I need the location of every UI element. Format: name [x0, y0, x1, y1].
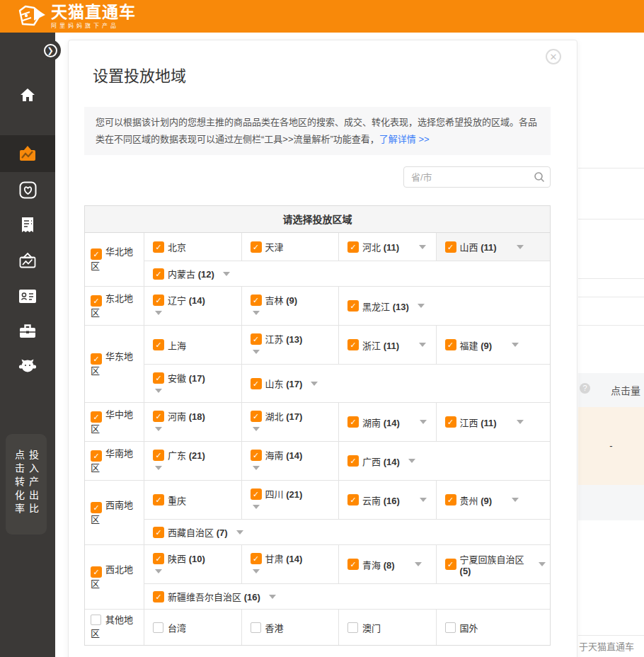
province-cell[interactable]: ✓福建 (9) — [437, 326, 550, 364]
checkbox-checked-icon[interactable]: ✓ — [153, 450, 164, 461]
dropdown-arrow-icon[interactable] — [512, 343, 519, 347]
checkbox-checked-icon[interactable]: ✓ — [251, 489, 262, 500]
dropdown-arrow-icon[interactable] — [155, 427, 162, 431]
dropdown-arrow-icon[interactable] — [418, 304, 425, 308]
checkbox-checked-icon[interactable]: ✓ — [91, 353, 102, 365]
dropdown-arrow-icon[interactable] — [420, 420, 427, 424]
learn-more-link[interactable]: 了解详情 >> — [379, 134, 430, 144]
checkbox-checked-icon[interactable]: ✓ — [91, 411, 102, 423]
checkbox-checked-icon[interactable]: ✓ — [153, 553, 164, 564]
province-cell[interactable]: ✓河南 (18) — [144, 403, 242, 441]
province-cell[interactable]: 台湾 — [144, 610, 242, 645]
search-icon[interactable] — [534, 171, 545, 183]
dropdown-arrow-icon[interactable] — [253, 427, 260, 431]
checkbox-checked-icon[interactable]: ✓ — [91, 450, 102, 462]
province-cell[interactable]: ✓安徽 (17) — [144, 365, 242, 402]
province-cell[interactable]: ✓广东 (21) — [144, 442, 242, 480]
checkbox-unchecked-icon[interactable] — [251, 622, 261, 633]
checkbox-unchecked-icon[interactable] — [91, 615, 101, 625]
dropdown-arrow-icon[interactable] — [539, 562, 546, 566]
checkbox-checked-icon[interactable]: ✓ — [445, 241, 456, 253]
province-cell[interactable]: ✓新疆维吾尔自治区 (16) — [144, 584, 550, 609]
checkbox-checked-icon[interactable]: ✓ — [153, 268, 164, 280]
province-cell[interactable]: ✓广西 (14) — [339, 442, 550, 480]
province-cell[interactable]: ✓重庆 — [144, 481, 242, 519]
close-icon[interactable]: ✕ — [546, 49, 561, 64]
province-cell[interactable]: ✓湖南 (14) — [339, 403, 437, 441]
province-cell[interactable]: ✓浙江 (11) — [339, 326, 437, 364]
checkbox-checked-icon[interactable]: ✓ — [153, 241, 164, 253]
dropdown-arrow-icon[interactable] — [155, 466, 162, 470]
dropdown-arrow-icon[interactable] — [415, 562, 422, 566]
province-cell[interactable]: 香港 — [242, 610, 340, 645]
region-group-cell[interactable]: ✓华中地区 — [85, 403, 144, 441]
province-cell[interactable]: ✓西藏自治区 (7) — [144, 520, 550, 544]
dropdown-arrow-icon[interactable] — [236, 530, 243, 535]
province-cell[interactable]: ✓青海 (8) — [339, 545, 437, 583]
province-cell[interactable]: ✓云南 (16) — [339, 481, 437, 519]
checkbox-checked-icon[interactable]: ✓ — [445, 559, 456, 570]
dropdown-arrow-icon[interactable] — [269, 595, 276, 599]
sidebar-item-campaigns-active[interactable] — [0, 135, 55, 172]
province-cell[interactable]: ✓四川 (21) — [242, 481, 340, 519]
checkbox-unchecked-icon[interactable] — [347, 622, 358, 633]
tab-click-conversion-rate[interactable]: 点击转化率 — [14, 450, 24, 535]
logo[interactable]: 天猫直通车 阿里妈妈旗下产品 — [16, 4, 136, 29]
province-cell[interactable]: ✓山东 (17) — [242, 365, 550, 402]
checkbox-checked-icon[interactable]: ✓ — [347, 416, 359, 428]
province-cell[interactable]: ✓天津 — [242, 233, 340, 261]
province-search-input[interactable] — [403, 166, 551, 188]
checkbox-checked-icon[interactable]: ✓ — [91, 502, 102, 513]
checkbox-checked-icon[interactable]: ✓ — [347, 339, 359, 350]
province-cell[interactable]: ✓河北 (11) — [339, 233, 437, 261]
checkbox-checked-icon[interactable]: ✓ — [153, 411, 164, 422]
province-cell[interactable]: ✓甘肃 (14) — [242, 545, 340, 583]
checkbox-checked-icon[interactable]: ✓ — [251, 450, 262, 461]
province-cell[interactable]: ✓黑龙江 (13) — [339, 287, 550, 325]
dropdown-arrow-icon[interactable] — [420, 498, 427, 502]
checkbox-unchecked-icon[interactable] — [153, 622, 163, 633]
checkbox-checked-icon[interactable]: ✓ — [153, 295, 164, 306]
checkbox-checked-icon[interactable]: ✓ — [445, 494, 456, 505]
dropdown-arrow-icon[interactable] — [155, 389, 162, 393]
province-cell[interactable]: 澳门 — [339, 610, 437, 645]
checkbox-checked-icon[interactable]: ✓ — [91, 295, 102, 307]
sidebar-collapse-toggle[interactable]: ❯ — [40, 40, 61, 61]
checkbox-checked-icon[interactable]: ✓ — [251, 378, 262, 389]
checkbox-unchecked-icon[interactable] — [445, 622, 456, 633]
region-group-cell[interactable]: ✓华南地区 — [85, 442, 144, 480]
province-cell[interactable]: ✓山西 (11) — [437, 233, 550, 261]
checkbox-checked-icon[interactable]: ✓ — [347, 559, 359, 570]
province-cell[interactable]: ✓上海 — [144, 326, 242, 364]
dropdown-arrow-icon[interactable] — [155, 569, 162, 573]
dropdown-arrow-icon[interactable] — [311, 382, 318, 386]
checkbox-checked-icon[interactable]: ✓ — [153, 591, 164, 602]
sidebar-item-home[interactable] — [0, 76, 55, 113]
dropdown-arrow-icon[interactable] — [253, 505, 260, 509]
dropdown-arrow-icon[interactable] — [419, 245, 426, 249]
checkbox-checked-icon[interactable]: ✓ — [445, 339, 456, 350]
checkbox-checked-icon[interactable]: ✓ — [91, 248, 102, 260]
tab-roi[interactable]: 投入产出比 — [28, 450, 38, 535]
province-cell[interactable]: ✓江苏 (13) — [242, 326, 340, 364]
dropdown-arrow-icon[interactable] — [517, 420, 524, 424]
province-cell[interactable]: ✓陕西 (10) — [144, 545, 242, 583]
sidebar-item-tools[interactable] — [0, 313, 55, 350]
sidebar-item-mail-analytics[interactable] — [0, 242, 55, 279]
checkbox-checked-icon[interactable]: ✓ — [251, 295, 262, 306]
region-group-cell[interactable]: 其他地区 — [85, 610, 144, 645]
sidebar-item-favorites[interactable] — [0, 171, 55, 208]
sidebar-item-reports[interactable] — [0, 207, 55, 244]
dropdown-arrow-icon[interactable] — [253, 569, 260, 573]
checkbox-checked-icon[interactable]: ✓ — [153, 527, 164, 538]
sidebar-item-account[interactable] — [0, 278, 55, 314]
province-cell[interactable]: ✓北京 — [144, 233, 242, 261]
region-group-cell[interactable]: ✓东北地区 — [85, 287, 144, 325]
province-cell[interactable]: 国外 — [437, 610, 550, 645]
checkbox-checked-icon[interactable]: ✓ — [347, 300, 359, 312]
checkbox-checked-icon[interactable]: ✓ — [347, 241, 359, 253]
province-cell[interactable]: ✓海南 (14) — [242, 442, 340, 480]
checkbox-checked-icon[interactable]: ✓ — [251, 333, 262, 345]
region-group-cell[interactable]: ✓华北地区 — [85, 233, 144, 286]
dropdown-arrow-icon[interactable] — [253, 350, 260, 354]
